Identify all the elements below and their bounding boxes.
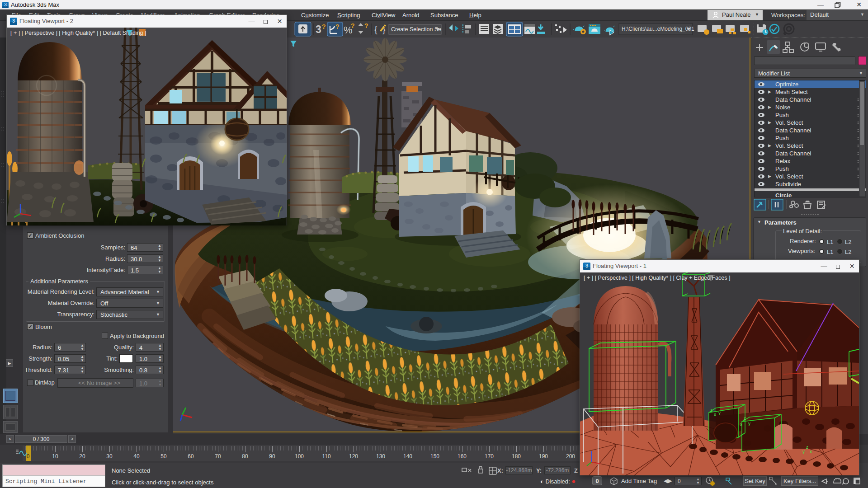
svg-text:?: ?: [322, 23, 326, 30]
svg-text:Create Selection Se: Create Selection Se: [391, 26, 441, 33]
svg-text:130: 130: [376, 453, 385, 460]
svg-text:?: ?: [335, 23, 340, 30]
svg-text:70: 70: [215, 453, 221, 460]
svg-text:z: z: [806, 445, 808, 450]
svg-text:?: ?: [351, 22, 355, 29]
svg-text:100: 100: [295, 453, 304, 460]
svg-text:z: z: [710, 408, 712, 413]
svg-text:200: 200: [566, 453, 575, 460]
svg-text:0: 0: [27, 453, 30, 460]
svg-text:60: 60: [188, 453, 194, 460]
svg-text:y: y: [718, 410, 721, 415]
svg-text:x: x: [740, 422, 742, 427]
svg-text:z: z: [744, 416, 746, 421]
svg-text:140: 140: [403, 453, 412, 460]
svg-text:{: {: [374, 24, 377, 34]
svg-text:90: 90: [269, 453, 275, 460]
svg-text:160: 160: [458, 453, 467, 460]
svg-text:3: 3: [12, 18, 15, 23]
svg-text:150: 150: [430, 453, 439, 460]
svg-text:110: 110: [322, 453, 330, 460]
svg-text:190: 190: [539, 453, 548, 460]
svg-text:30: 30: [106, 453, 113, 460]
svg-text:120: 120: [349, 453, 358, 460]
svg-text:x: x: [714, 412, 716, 417]
svg-text:170: 170: [485, 453, 494, 460]
svg-text:20: 20: [79, 453, 85, 460]
svg-text:y: y: [802, 449, 805, 454]
svg-text:80: 80: [242, 453, 248, 460]
svg-text:3: 3: [316, 23, 321, 35]
svg-text:[ + ] [ Perspective ] [ High Q: [ + ] [ Perspective ] [ High Quality* ] …: [10, 30, 146, 36]
svg-text:50: 50: [160, 453, 167, 460]
svg-text:40: 40: [133, 453, 140, 460]
svg-text:?: ?: [364, 22, 368, 29]
svg-text:y: y: [748, 421, 750, 426]
svg-text:10: 10: [52, 453, 58, 460]
svg-text:180: 180: [512, 453, 521, 460]
svg-text:3: 3: [585, 263, 588, 268]
svg-text:3: 3: [4, 2, 7, 7]
svg-text:H:\Clients\au...eModeling_001: H:\Clients\au...eModeling_001: [622, 26, 694, 32]
svg-text:x: x: [810, 449, 812, 454]
